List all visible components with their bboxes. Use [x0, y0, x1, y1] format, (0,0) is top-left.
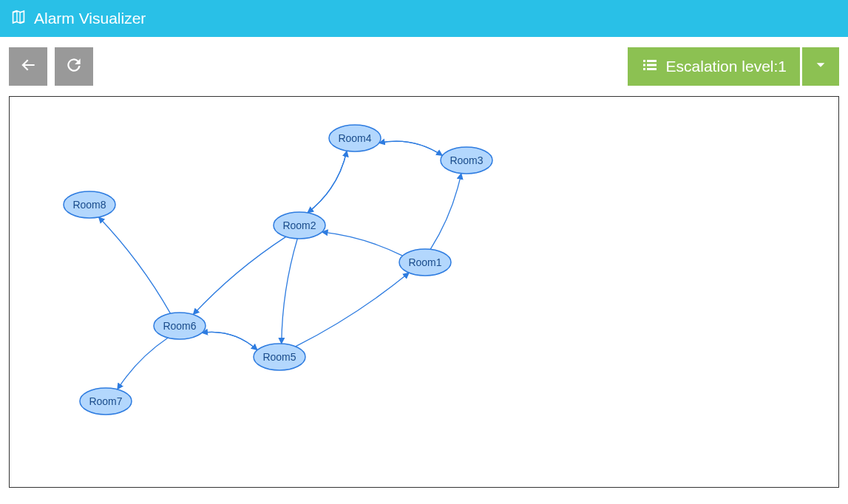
svg-rect-5 — [647, 68, 657, 70]
graph-edge[interactable] — [379, 141, 443, 155]
list-icon — [641, 56, 666, 78]
graph-edge[interactable] — [430, 174, 461, 250]
graph-node-room5[interactable]: Room5 — [254, 344, 305, 370]
graph-node-room2[interactable]: Room2 — [274, 212, 325, 239]
app-title: Alarm Visualizer — [34, 10, 146, 27]
graph-node-room4[interactable]: Room4 — [329, 125, 381, 151]
graph-node-label: Room1 — [408, 256, 441, 268]
graph-node-room6[interactable]: Room6 — [154, 313, 206, 339]
graph-node-label: Room8 — [72, 199, 106, 211]
graph-edge[interactable] — [322, 232, 402, 256]
graph-node-room7[interactable]: Room7 — [80, 388, 132, 415]
app-header: Alarm Visualizer — [0, 0, 848, 37]
escalation-dropdown-toggle[interactable] — [802, 47, 839, 86]
graph-edge[interactable] — [308, 151, 347, 213]
graph-edge[interactable] — [282, 239, 298, 344]
graph-node-label: Room6 — [163, 320, 196, 332]
escalation-selector: Escalation level: 1 — [628, 47, 839, 86]
graph-edge[interactable] — [202, 332, 257, 350]
back-button[interactable] — [9, 47, 47, 86]
arrow-left-icon — [18, 55, 38, 78]
graph-node-label: Room2 — [282, 219, 316, 231]
graph-edge[interactable] — [118, 338, 168, 389]
svg-rect-0 — [643, 60, 645, 62]
svg-rect-1 — [647, 60, 657, 62]
map-icon — [10, 9, 34, 29]
graph-edge[interactable] — [379, 141, 443, 155]
refresh-icon — [64, 55, 84, 78]
graph-edge[interactable] — [99, 217, 171, 313]
escalation-level-value: 1 — [778, 58, 787, 75]
graph-edge[interactable] — [193, 236, 285, 314]
graph-node-label: Room5 — [262, 351, 296, 363]
escalation-label-prefix: Escalation level: — [666, 58, 779, 75]
toolbar: Escalation level: 1 — [0, 37, 848, 86]
svg-rect-4 — [643, 68, 645, 70]
svg-rect-2 — [643, 64, 645, 66]
graph-canvas[interactable]: Room1Room2Room3Room4Room5Room6Room7Room8 — [9, 96, 839, 488]
caret-down-icon — [815, 59, 827, 74]
graph-node-room3[interactable]: Room3 — [441, 147, 492, 174]
graph-node-label: Room3 — [450, 154, 483, 166]
graph-node-room1[interactable]: Room1 — [399, 249, 451, 276]
graph-edge[interactable] — [296, 273, 410, 347]
graph-node-label: Room7 — [89, 395, 122, 407]
escalation-button[interactable]: Escalation level: 1 — [628, 47, 800, 86]
svg-rect-3 — [647, 64, 657, 66]
graph-svg[interactable]: Room1Room2Room3Room4Room5Room6Room7Room8 — [10, 97, 838, 487]
refresh-button[interactable] — [55, 47, 93, 86]
graph-edge[interactable] — [308, 151, 347, 213]
graph-node-room8[interactable]: Room8 — [64, 191, 115, 218]
graph-node-label: Room4 — [338, 132, 371, 144]
